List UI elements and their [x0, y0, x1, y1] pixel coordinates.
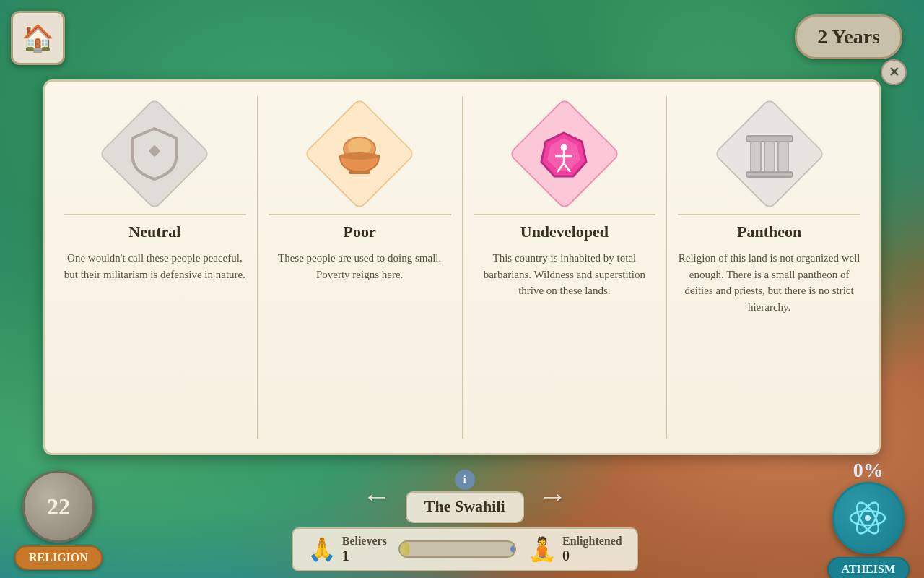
gem-icon — [537, 127, 591, 181]
atheism-button[interactable]: 0% ATHEISM — [827, 459, 910, 578]
home-button[interactable]: 🏠 — [11, 11, 65, 65]
neutral-card: Neutral One wouldn't call these people p… — [53, 96, 258, 439]
enlightened-label: Enlightened — [562, 535, 622, 548]
info-icon[interactable]: i — [455, 470, 475, 490]
svg-rect-14 — [764, 142, 775, 172]
neutral-title: Neutral — [128, 223, 180, 241]
nation-name: The Swahili — [424, 497, 505, 516]
believers-group: 🙏 Believers 1 — [308, 535, 387, 564]
neutral-description: One wouldn't call these people peaceful,… — [64, 250, 246, 282]
navigation-row: ← i The Swahili → — [362, 470, 567, 523]
svg-rect-0 — [149, 145, 161, 158]
pantheon-card: Pantheon Religion of this land is not or… — [667, 96, 871, 439]
pantheon-icon-wrap — [723, 107, 816, 201]
progress-dot — [510, 545, 516, 553]
undeveloped-description: This country is inhabited by total barba… — [474, 250, 656, 299]
religion-button[interactable]: 22 RELIGION — [14, 470, 103, 570]
close-button[interactable]: ✕ — [881, 59, 907, 85]
believers-icon: 🙏 — [308, 535, 336, 563]
bowl-icon — [333, 129, 387, 179]
prev-arrow-button[interactable]: ← — [362, 479, 391, 513]
svg-point-3 — [340, 152, 379, 160]
undeveloped-title: Undeveloped — [520, 223, 609, 241]
poor-card: Poor These people are used to doing smal… — [258, 96, 463, 439]
believers-label: Believers — [342, 535, 387, 548]
enlightened-icon: 🧘 — [528, 535, 557, 563]
poor-icon-wrap — [313, 107, 406, 201]
pillars-icon — [741, 127, 798, 181]
atheism-badge — [832, 482, 905, 554]
svg-rect-12 — [746, 136, 793, 142]
atheism-percentage: 0% — [853, 459, 884, 482]
religion-count-badge: 22 — [22, 470, 95, 543]
pantheon-title: Pantheon — [737, 223, 801, 241]
poor-title: Poor — [344, 223, 376, 241]
svg-point-20 — [865, 515, 871, 521]
pantheon-description: Religion of this land is not organized w… — [678, 250, 860, 315]
svg-rect-15 — [778, 142, 788, 172]
poor-divider — [269, 214, 451, 215]
svg-rect-16 — [746, 172, 793, 177]
enlightened-group: 🧘 Enlightened 0 — [528, 535, 622, 564]
undeveloped-icon-wrap — [518, 107, 611, 201]
poor-description: These people are used to doing small. Po… — [269, 250, 451, 282]
home-icon: 🏠 — [22, 23, 54, 53]
progress-bar-fill — [400, 542, 409, 556]
svg-rect-4 — [349, 171, 370, 174]
religion-label: RELIGION — [14, 545, 103, 570]
pantheon-divider — [678, 214, 860, 215]
svg-point-7 — [561, 144, 567, 150]
believers-count: 1 — [342, 548, 387, 564]
nation-panel: The Swahili — [406, 491, 524, 523]
main-info-panel: Neutral One wouldn't call these people p… — [43, 79, 881, 455]
undeveloped-divider — [474, 214, 656, 215]
bottom-bar: 22 RELIGION ← i The Swahili → 🙏 Believer… — [0, 462, 924, 578]
atheism-label: ATHEISM — [827, 557, 910, 578]
next-arrow-button[interactable]: → — [539, 479, 567, 513]
progress-bar — [398, 540, 516, 558]
undeveloped-card: Undeveloped This country is inhabited by… — [463, 96, 668, 439]
stats-panel: 🙏 Believers 1 🧘 Enlightened 0 — [292, 527, 638, 571]
svg-rect-13 — [751, 142, 761, 172]
timer-badge: 2 Years — [795, 14, 902, 59]
shield-icon — [129, 125, 180, 183]
atom-icon — [848, 499, 888, 538]
neutral-icon-wrap — [108, 107, 201, 201]
neutral-divider — [64, 214, 246, 215]
enlightened-count: 0 — [562, 548, 622, 564]
